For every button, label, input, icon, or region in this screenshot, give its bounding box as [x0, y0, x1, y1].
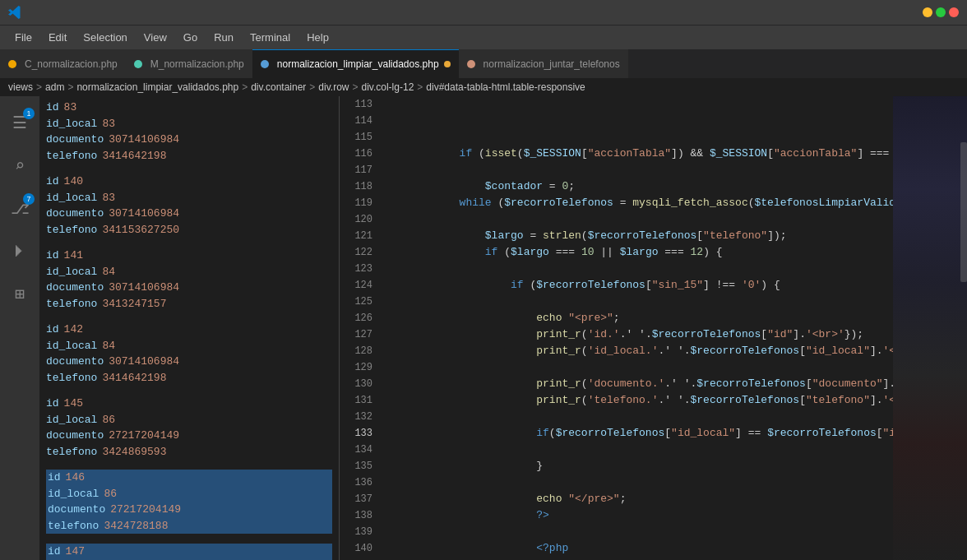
title-bar: [0, 0, 967, 25]
output-key: telefono: [46, 444, 97, 460]
code-line-116: if (isset($_SESSION["accionTabla"]) && $…: [379, 146, 893, 162]
menu-item-go[interactable]: Go: [177, 30, 204, 45]
token-str: "telefono": [806, 394, 870, 406]
menu-item-run[interactable]: Run: [207, 30, 240, 45]
menu-item-file[interactable]: File: [8, 30, 39, 45]
token-str: "</pre>": [568, 493, 619, 505]
token-punct: [: [645, 279, 652, 291]
output-line-4-3: telefono 3424869593: [46, 444, 332, 460]
output-line-5-2: documento 27217204149: [46, 502, 332, 518]
token-kw: while: [382, 197, 492, 209]
tab-2[interactable]: normalizacion_limpiar_validados.php: [252, 49, 459, 78]
token-punct: ].: [883, 377, 893, 390]
token-var: $recorroTelefonos: [767, 427, 877, 439]
output-value: 3424728188: [104, 518, 168, 535]
breadcrumb-part-1[interactable]: adm: [45, 81, 64, 93]
output-key: documento: [48, 502, 105, 518]
code-content[interactable]: if (isset($_SESSION["accionTabla"]) && $…: [379, 96, 893, 560]
output-value: 147: [66, 544, 85, 560]
output-line-3-0: id 142: [46, 322, 332, 338]
token-str: "documento": [812, 377, 883, 390]
output-line-2-1: id_local 84: [46, 264, 332, 280]
line-num-123: 123: [340, 261, 372, 277]
breadcrumb-part-2[interactable]: normalizacion_limpiar_validados.php: [76, 81, 238, 93]
token-str: '<br>': [883, 345, 893, 357]
tab-label-0: C_normalizacion.php: [25, 58, 118, 70]
line-num-137: 137: [340, 491, 372, 507]
minimap-scrollbar[interactable]: [960, 142, 967, 281]
breadcrumb-part-6[interactable]: div#data-tabla-html.table-responsive: [426, 81, 585, 93]
output-key: documento: [46, 206, 104, 222]
code-line-130: print_r('documento.'.' '.$recorroTelefon…: [379, 376, 893, 392]
tab-label-2: normalizacion_limpiar_validados.php: [277, 58, 439, 70]
activity-item-4[interactable]: ⊞: [0, 274, 39, 313]
code-line-128: print_r('id_local.'.' '.$recorroTelefono…: [379, 343, 893, 359]
code-line-134: [379, 442, 893, 458]
token-punct: ;: [613, 312, 620, 324]
maximize-button[interactable]: [936, 7, 946, 17]
token-str: "<pre>": [568, 312, 613, 324]
menu-item-help[interactable]: Help: [300, 30, 335, 45]
token-punct: (: [549, 427, 556, 439]
breadcrumb-part-0[interactable]: views: [8, 81, 33, 93]
token-punct: (: [581, 328, 588, 340]
output-key: id_local: [46, 412, 97, 428]
output-line-1-2: documento 30714106984: [46, 206, 332, 222]
token-var: $recorroTelefonos: [691, 345, 800, 357]
output-key: id_local: [48, 486, 99, 502]
activity-bar: ☰1⌕⎇7⏵⊞: [0, 96, 39, 560]
token-fn: echo: [382, 493, 562, 505]
activity-item-0[interactable]: ☰1: [0, 103, 39, 142]
token-num: 12: [691, 246, 704, 258]
activity-badge-0: 1: [23, 108, 35, 119]
line-num-133: 133: [340, 425, 372, 442]
menu-item-selection[interactable]: Selection: [76, 30, 133, 45]
line-numbers: 1131141151161171181191201211221231241251…: [340, 96, 379, 560]
code-line-140: <?php: [379, 540, 893, 557]
breadcrumb-part-3[interactable]: div.container: [251, 81, 306, 93]
menu-item-view[interactable]: View: [137, 30, 174, 45]
code-line-133: if($recorroTelefonos["id_local"] == $rec…: [379, 425, 893, 442]
tab-1[interactable]: M_normalizacion.php: [126, 49, 252, 78]
tab-3[interactable]: normalizacion_juntar_telefonos: [459, 49, 628, 78]
token-punct: [: [696, 229, 703, 242]
tab-icon-0: [8, 60, 16, 68]
output-value: 83: [64, 100, 77, 116]
token-punct: ].: [870, 394, 883, 406]
token-fn: print_r: [382, 377, 581, 390]
window-controls[interactable]: [923, 7, 959, 17]
token-str: 'id_local.': [588, 345, 659, 357]
activity-item-1[interactable]: ⌕: [0, 146, 39, 185]
menu-item-edit[interactable]: Edit: [42, 30, 73, 45]
output-key: id: [46, 322, 59, 338]
code-line-138: ?>: [379, 507, 893, 524]
output-key: telefono: [46, 370, 97, 386]
token-var: $_SESSION: [710, 147, 767, 160]
output-value: 30714106984: [109, 132, 179, 148]
breadcrumb-sep-5: >: [417, 81, 423, 93]
output-key: telefono: [46, 296, 97, 312]
token-fn: print_r: [382, 345, 581, 357]
line-num-121: 121: [340, 228, 372, 244]
line-num-117: 117: [340, 162, 372, 178]
output-value: 145: [64, 396, 83, 412]
activity-item-2[interactable]: ⎇7: [0, 188, 39, 228]
tab-0[interactable]: C_normalizacion.php: [0, 49, 126, 78]
close-button[interactable]: [949, 7, 959, 17]
breadcrumb-part-5[interactable]: div.col-lg-12: [362, 81, 414, 93]
token-punct: ) {: [761, 279, 780, 291]
code-line-115: [379, 129, 893, 146]
output-line-3-3: telefono 3414642198: [46, 370, 332, 386]
token-punct: (: [581, 229, 588, 242]
code-line-127: print_r('id.'.' '.$recorroTelefonos["id"…: [379, 326, 893, 343]
activity-item-3[interactable]: ⏵: [0, 231, 39, 271]
output-key: telefono: [48, 518, 99, 535]
breadcrumb-part-4[interactable]: div.row: [318, 81, 349, 93]
output-line-2-0: id 141: [46, 248, 332, 264]
menu-item-terminal[interactable]: Terminal: [243, 30, 297, 45]
token-str: '0': [742, 279, 761, 291]
token-punct: ]) &&: [671, 147, 710, 160]
token-op: ===: [659, 246, 691, 258]
token-kw: if: [382, 427, 549, 439]
minimize-button[interactable]: [923, 7, 932, 17]
